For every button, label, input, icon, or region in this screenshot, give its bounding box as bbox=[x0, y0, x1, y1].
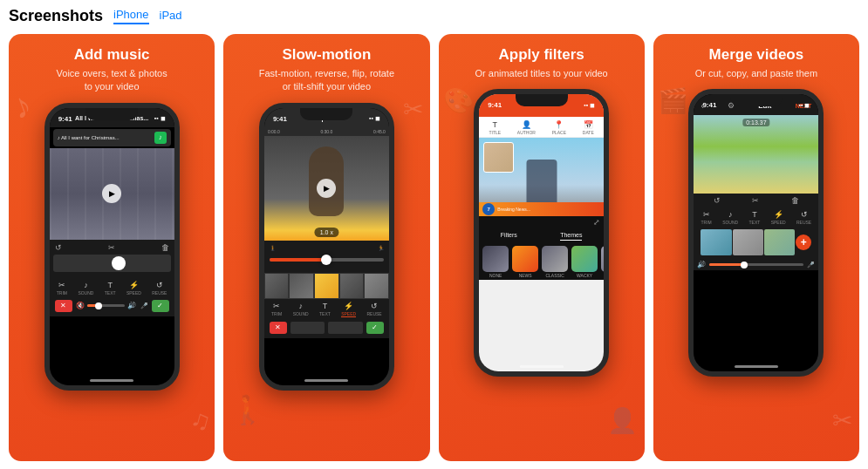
cut-btn[interactable]: ✂ bbox=[108, 243, 115, 252]
card4-video-area: 0:13.37 bbox=[694, 115, 818, 194]
card1-music-bar[interactable]: ♪ All I want for Christmas... ♪ bbox=[53, 129, 171, 146]
confirm-btn[interactable]: ✓ bbox=[152, 300, 169, 312]
card-add-music: ♪ ♫ Add music Voice overs, text & photos… bbox=[9, 34, 215, 461]
speed-slider-knob bbox=[321, 255, 331, 265]
card3-tab-title[interactable]: T TITLE bbox=[489, 120, 501, 135]
card4-toolbar-trim[interactable]: ✂ TRIM bbox=[701, 210, 712, 225]
card3-tab-author[interactable]: 👤 AUTHOR bbox=[517, 120, 536, 135]
card1-video-area: ▶ bbox=[50, 148, 174, 240]
filter-thumb-classic bbox=[542, 246, 568, 272]
card3-notch bbox=[516, 94, 568, 106]
card4-title: Merge videos bbox=[709, 46, 804, 64]
volume-knob bbox=[95, 302, 102, 309]
page-title: Screenshots bbox=[9, 7, 103, 25]
filter-classic[interactable]: CLASSIC bbox=[542, 246, 568, 278]
cancel-btn[interactable]: ✕ bbox=[55, 300, 72, 312]
card2-cancel-btn[interactable]: ✕ bbox=[270, 322, 287, 334]
speed-label: 🚶 bbox=[270, 245, 276, 251]
mic-icon: 🎤 bbox=[140, 302, 148, 309]
anchor-figure bbox=[526, 160, 557, 207]
delete-btn[interactable]: 🗑 bbox=[161, 243, 169, 252]
card2-bottom-toolbar: ✂ TRIM ♪ SOUND T TEXT bbox=[264, 299, 389, 338]
card2-toolbar-sound[interactable]: ♪ SOUND bbox=[293, 302, 309, 317]
card2-action1[interactable] bbox=[290, 322, 325, 334]
card2-video-area: ▶ 1.0 x bbox=[264, 136, 389, 241]
card2-iphone: 9:41 ▪▪ ◼ Speed 0:00.0 0:30.0 0:45.0 bbox=[259, 103, 394, 391]
card3-filter-tabs: Filters Themes bbox=[479, 228, 604, 244]
toolbar-sound[interactable]: ♪ SOUND bbox=[78, 281, 93, 296]
card3-video-area: 7 Breaking News... bbox=[479, 138, 604, 216]
card4-add-btn[interactable]: + bbox=[796, 234, 811, 250]
card4-toolbar-reuse[interactable]: ↺ REUSE bbox=[796, 210, 811, 225]
card4-notch bbox=[730, 94, 783, 106]
filter-wacky[interactable]: WACKY bbox=[571, 246, 598, 278]
filmstrip-frame-3 bbox=[314, 273, 339, 299]
toolbar-trim[interactable]: ✂ TRIM bbox=[57, 281, 67, 296]
card1-play-btn[interactable]: ▶ bbox=[102, 184, 121, 203]
themes-tab[interactable]: Themes bbox=[560, 232, 582, 241]
tab-ipad[interactable]: iPad bbox=[160, 9, 182, 24]
bg-merge-icon-right: ✂ bbox=[832, 406, 852, 435]
card4-filmstrip-container: + bbox=[694, 228, 818, 259]
card2-subtitle: Fast-motion, reverse, flip, rotateor til… bbox=[259, 67, 394, 94]
card1-notch bbox=[85, 108, 138, 120]
card3-tab-date[interactable]: 📅 DATE bbox=[583, 120, 594, 135]
filmstrip-frame-4 bbox=[339, 273, 365, 299]
card3-iphone: 9:41 ▪▪ ◼ ‹ Choose style ⬆ T TITLE bbox=[474, 89, 609, 377]
card4-delete-icon[interactable]: 🗑 bbox=[791, 196, 799, 205]
card4-volume-knob bbox=[741, 262, 748, 268]
toolbar-speed[interactable]: ⚡ SPEED bbox=[126, 281, 141, 296]
volume-off-icon: 🔇 bbox=[76, 302, 85, 309]
card1-iphone: 9:41 ▪▪ ◼ All I want for Christmas... ♪ … bbox=[44, 103, 180, 391]
card2-toolbar-reuse[interactable]: ↺ REUSE bbox=[366, 302, 381, 317]
expand-icon[interactable]: ⤢ bbox=[593, 218, 600, 227]
card4-volume-row bbox=[709, 263, 803, 266]
card3-tab-place[interactable]: 📍 PLACE bbox=[552, 120, 566, 135]
card4-mic-icon: 🎤 bbox=[807, 262, 815, 268]
card1-timeline-thumb bbox=[112, 256, 126, 270]
card4-toolbar-icons: ✂ TRIM ♪ SOUND T TEXT bbox=[694, 207, 818, 228]
bg-merge-icon-left: 🎬 bbox=[658, 86, 688, 115]
card2-toolbar-speed[interactable]: ⚡ SPEED bbox=[341, 302, 356, 317]
card2-toolbar-trim[interactable]: ✂ TRIM bbox=[271, 302, 282, 317]
filters-tab[interactable]: Filters bbox=[501, 232, 517, 241]
card4-toolbar-text[interactable]: T TEXT bbox=[749, 210, 761, 225]
card1-timeline-track[interactable] bbox=[53, 255, 171, 272]
filter-thumb-news bbox=[512, 246, 538, 272]
card4-cut-icon[interactable]: ✂ bbox=[752, 196, 759, 205]
card2-play-btn[interactable]: ▶ bbox=[317, 179, 336, 198]
filmstrip-frame-2 bbox=[289, 273, 314, 299]
bg-music-icon-1: ♪ bbox=[9, 85, 37, 127]
card1-timeline: ↺ ✂ 🗑 bbox=[50, 240, 174, 278]
card2-toolbar-text[interactable]: T TEXT bbox=[319, 302, 331, 317]
card4-volume-track[interactable] bbox=[709, 263, 803, 266]
undo-btn[interactable]: ↺ bbox=[55, 243, 62, 252]
filmstrip-frame-5 bbox=[364, 273, 389, 299]
tab-iphone[interactable]: iPhone bbox=[113, 8, 148, 24]
filter-speaker[interactable]: SPEAKER bbox=[601, 246, 604, 278]
card4-toolbar-sound[interactable]: ♪ SOUND bbox=[722, 210, 738, 225]
card4-undo-icon[interactable]: ↺ bbox=[714, 196, 721, 205]
filter-news[interactable]: NEWS bbox=[512, 246, 538, 278]
speed-slider-track[interactable] bbox=[270, 258, 384, 262]
toolbar-reuse[interactable]: ↺ REUSE bbox=[152, 281, 167, 296]
filter-none[interactable]: NONE bbox=[482, 246, 509, 278]
card4-toolbar-speed[interactable]: ⚡ SPEED bbox=[771, 210, 786, 225]
card4-subtitle: Or cut, copy, and paste them bbox=[695, 67, 817, 80]
card2-status-icons: ▪▪ ◼ bbox=[369, 115, 380, 122]
filmstrip-frame-1 bbox=[264, 273, 290, 299]
card1-home-indicator bbox=[90, 379, 133, 382]
card1-title: Add music bbox=[74, 46, 150, 64]
card4-bottom-actions: 🔊 🎤 bbox=[694, 259, 818, 270]
speed-slider-fill bbox=[270, 258, 327, 262]
card2-bottom-actions: ✕ ✓ bbox=[266, 320, 387, 336]
volume-track[interactable] bbox=[87, 304, 125, 307]
dog-inset bbox=[483, 142, 514, 173]
card2-title: Slow-motion bbox=[282, 46, 371, 64]
card1-bottom-actions: ✕ 🔇 🔊 🎤 ✓ bbox=[51, 298, 173, 314]
card2-filmstrip bbox=[264, 273, 389, 299]
toolbar-text[interactable]: T TEXT bbox=[105, 281, 116, 296]
card4-frame-2 bbox=[733, 229, 763, 255]
card2-action2[interactable] bbox=[328, 322, 363, 334]
card2-confirm-btn[interactable]: ✓ bbox=[366, 322, 384, 334]
